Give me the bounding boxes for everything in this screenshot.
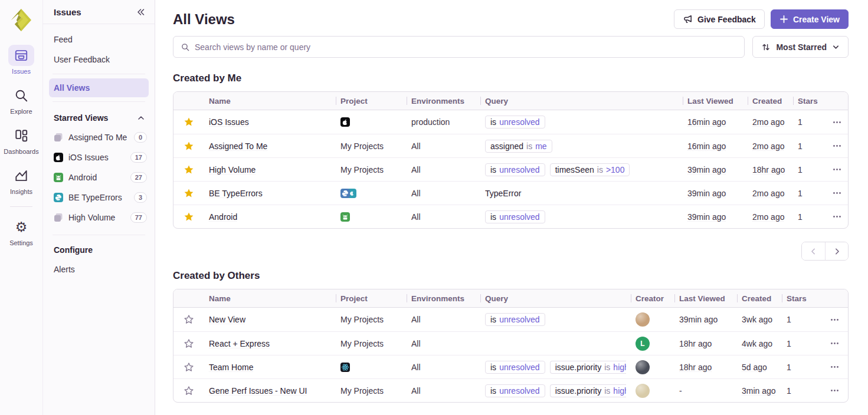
- sidebar-starred-view[interactable]: Android27: [43, 167, 155, 187]
- next-page-button[interactable]: [825, 242, 848, 260]
- star-toggle[interactable]: [173, 338, 204, 349]
- star-toggle[interactable]: [173, 141, 204, 151]
- view-name-link[interactable]: React + Express: [209, 339, 270, 348]
- row-menu-button[interactable]: [826, 338, 843, 348]
- sidebar-starred-view[interactable]: BE TypeErrors3: [43, 187, 155, 208]
- last-viewed-value: 39min ago: [687, 165, 726, 174]
- column-header: Created: [748, 97, 793, 106]
- project-icons: [340, 189, 356, 198]
- row-menu-button[interactable]: [830, 117, 843, 127]
- rail-item-dashboards[interactable]: Dashboards: [4, 125, 38, 155]
- row-menu-button[interactable]: [826, 386, 843, 396]
- sort-dropdown[interactable]: Most Starred: [752, 36, 849, 58]
- row-menu-button[interactable]: [830, 141, 843, 151]
- last-viewed-value: 39min ago: [687, 189, 726, 198]
- star-filled-icon: [184, 164, 194, 175]
- star-toggle[interactable]: [173, 362, 204, 373]
- android-project-icon: [340, 212, 350, 222]
- search-input[interactable]: [195, 42, 737, 52]
- row-menu-button[interactable]: [830, 212, 843, 222]
- collapse-sidebar-icon[interactable]: [136, 7, 146, 17]
- row-menu-cell: [826, 141, 848, 151]
- query-chips: isunresolved: [485, 313, 626, 326]
- view-name-link[interactable]: Assigned To Me: [209, 141, 267, 151]
- project-cell: My Projects: [336, 141, 407, 151]
- column-header: Query: [480, 97, 683, 106]
- sidebar-title: Issues: [54, 7, 81, 17]
- stars-count: 1: [798, 141, 803, 151]
- issue-count-badge: 27: [130, 172, 147, 183]
- view-name-link[interactable]: Android: [209, 212, 237, 222]
- view-name-link[interactable]: BE TypeErrors: [209, 189, 263, 198]
- table-row: iOS Issuesproductionisunresolved16min ag…: [173, 110, 848, 134]
- star-toggle[interactable]: [173, 386, 204, 396]
- stars-cell: 1: [793, 189, 826, 198]
- query-chips: isunresolved: [485, 116, 678, 129]
- query-chips: isunresolvedtimesSeenis>100: [485, 163, 678, 176]
- stars-count: 1: [787, 315, 791, 324]
- query-key: is: [490, 165, 496, 174]
- column-header: Last Viewed: [683, 97, 748, 106]
- rail-item-explore[interactable]: Explore: [8, 85, 34, 115]
- query-cell: isunresolvedtimesSeenis>100: [480, 163, 683, 176]
- view-name-link[interactable]: iOS Issues: [209, 117, 249, 127]
- row-menu-button[interactable]: [826, 315, 843, 325]
- table-row: AndroidAllisunresolved39min ago2mo ago1: [173, 205, 848, 228]
- sidebar-starred-view[interactable]: High Volume77: [43, 208, 155, 228]
- last-viewed-value: 39min ago: [687, 212, 726, 222]
- query-cell: isunresolved: [480, 116, 683, 129]
- query-key: is: [490, 117, 496, 127]
- query-chip: isunresolved: [485, 361, 545, 374]
- last-viewed-value: 18hr ago: [679, 339, 712, 348]
- view-name-cell: Android: [204, 212, 336, 222]
- row-menu-button[interactable]: [826, 362, 843, 372]
- sidebar-starred-view[interactable]: Assigned To Me0: [43, 127, 155, 147]
- sidebar-item-all-views[interactable]: All Views: [49, 78, 149, 97]
- star-outline-icon: [184, 314, 194, 325]
- sidebar-item-alerts[interactable]: Alerts: [43, 259, 155, 279]
- starred-view-label: Assigned To Me: [68, 133, 129, 142]
- create-view-button[interactable]: Create View: [771, 9, 849, 29]
- row-menu-button[interactable]: [830, 188, 843, 198]
- previous-page-button[interactable]: [802, 242, 825, 260]
- last-viewed-value: 16min ago: [687, 117, 726, 127]
- divider: [53, 235, 145, 235]
- icon-rail: Issues Explore Dashboards Insights: [0, 0, 43, 415]
- rail-item-settings[interactable]: ⚙ Settings: [8, 216, 34, 246]
- sidebar-item-user-feedback[interactable]: User Feedback: [43, 50, 155, 70]
- starred-view-label: Android: [68, 173, 125, 182]
- view-name-link[interactable]: High Volume: [209, 165, 256, 174]
- chevron-up-icon[interactable]: [137, 114, 145, 122]
- view-name-cell: Assigned To Me: [204, 141, 336, 151]
- project-label: My Projects: [340, 386, 384, 396]
- star-toggle[interactable]: [173, 212, 204, 222]
- project-icons: [340, 117, 350, 127]
- react-project-icon: [340, 363, 350, 372]
- project-label: My Projects: [340, 165, 384, 174]
- project-cell: My Projects: [336, 386, 407, 396]
- sidebar-item-feed[interactable]: Feed: [43, 29, 155, 50]
- table-header-row: NameProjectEnvironmentsQueryLast ViewedC…: [173, 92, 848, 110]
- rail-item-issues[interactable]: Issues: [8, 45, 34, 75]
- query-cell: isunresolved: [480, 313, 631, 326]
- row-menu-button[interactable]: [830, 164, 843, 174]
- view-name-link[interactable]: New View: [209, 315, 245, 324]
- star-toggle[interactable]: [173, 164, 204, 175]
- sidebar-starred-view[interactable]: iOS Issues17: [43, 147, 155, 167]
- rail-item-insights[interactable]: Insights: [8, 165, 34, 195]
- created-value: 3wk ago: [742, 315, 772, 324]
- apple-project-icon: [54, 153, 63, 162]
- star-toggle[interactable]: [173, 314, 204, 325]
- view-name-link[interactable]: Team Home: [209, 363, 253, 372]
- issues-sidebar: Issues Feed User Feedback All Views Star…: [43, 0, 155, 415]
- star-toggle[interactable]: [173, 188, 204, 199]
- star-toggle[interactable]: [173, 117, 204, 127]
- last-viewed-cell: 39min ago: [674, 315, 737, 324]
- created-by-me-heading: Created by Me: [173, 73, 849, 84]
- view-name-link[interactable]: Gene Perf Issues - New UI: [209, 386, 307, 396]
- view-icon: [54, 213, 63, 222]
- sentry-logo[interactable]: [9, 7, 34, 33]
- project-icons: [340, 363, 350, 372]
- last-viewed-cell: 18hr ago: [674, 363, 737, 372]
- give-feedback-button[interactable]: Give Feedback: [674, 9, 765, 29]
